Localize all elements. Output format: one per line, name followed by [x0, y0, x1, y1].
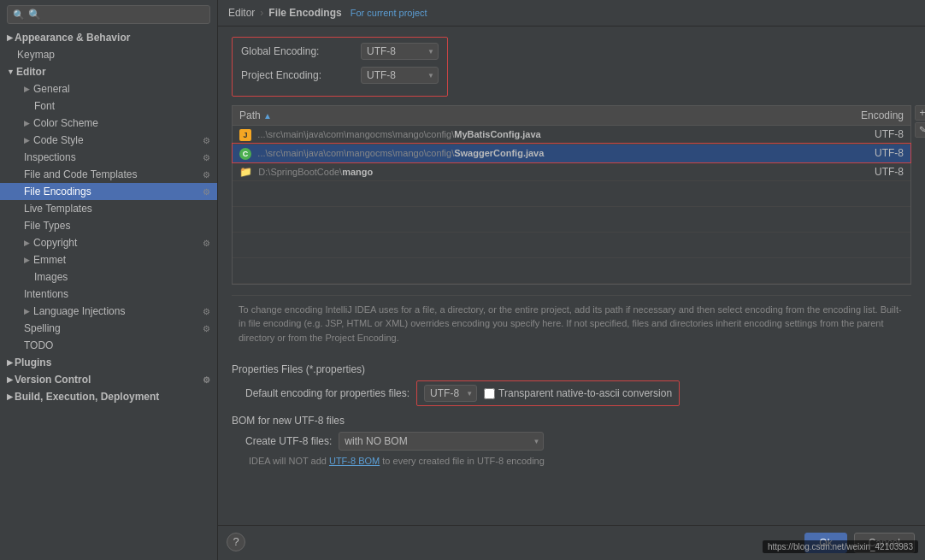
- folder-icon: 📁: [239, 166, 252, 178]
- sidebar-item-file-and-code-templates[interactable]: File and Code Templates ⚙: [0, 166, 217, 183]
- path-dim: ...\src\main\java\com\mangocms\mango\con…: [257, 148, 454, 158]
- project-encoding-select-wrapper: UTF-8 UTF-16 ISO-8859-1: [361, 67, 439, 84]
- bom-section-title: BOM for new UTF-8 files: [232, 415, 911, 427]
- col-encoding: Encoding: [809, 106, 910, 126]
- sidebar-item-file-encodings[interactable]: File Encodings ⚙: [0, 183, 217, 200]
- create-utf8-label: Create UTF-8 files:: [245, 435, 332, 447]
- project-encoding-row: Project Encoding: UTF-8 UTF-16 ISO-8859-…: [241, 67, 439, 84]
- table-row-empty: [233, 180, 910, 206]
- sidebar-item-label: Language Injections: [33, 305, 125, 317]
- bottom-bar: ? Ok Cancel https://blog.csdn.net/weixin…: [218, 525, 925, 560]
- search-box[interactable]: 🔍: [7, 5, 210, 24]
- bom-select[interactable]: with NO BOM with BOM: [339, 432, 544, 451]
- project-encoding-label: Project Encoding:: [241, 69, 361, 81]
- global-encoding-row: Global Encoding: UTF-8 UTF-16 ISO-8859-1: [241, 43, 439, 60]
- search-icon: 🔍: [13, 9, 25, 21]
- properties-row: Default encoding for properties files: U…: [232, 380, 911, 406]
- table-cell-path: J ...\src\main\java\com\mangocms\mango\c…: [233, 126, 809, 144]
- search-input[interactable]: [28, 9, 204, 21]
- sidebar-item-color-scheme[interactable]: ▶ Color Scheme: [0, 115, 217, 132]
- cancel-button[interactable]: Cancel: [854, 533, 915, 553]
- sidebar-item-font[interactable]: Font: [0, 97, 217, 115]
- bom-info: IDEA will NOT add UTF-8 BOM to every cre…: [249, 456, 911, 466]
- sidebar-item-todo[interactable]: TODO: [0, 337, 217, 354]
- sidebar-item-label: Editor: [16, 66, 46, 78]
- sidebar-item-inspections[interactable]: Inspections ⚙: [0, 149, 217, 166]
- edit-encoding-button[interactable]: ✎: [915, 122, 925, 138]
- ok-button[interactable]: Ok: [804, 533, 846, 553]
- table-row[interactable]: C ...\src\main\java\com\mangocms\mango\c…: [233, 144, 910, 162]
- table-row[interactable]: J ...\src\main\java\com\mangocms\mango\c…: [233, 126, 910, 144]
- sidebar-item-code-style[interactable]: ▶ Code Style ⚙: [0, 132, 217, 149]
- sidebar-item-language-injections[interactable]: ▶ Language Injections ⚙: [0, 303, 217, 320]
- expand-arrow-icon: ▶: [24, 239, 30, 247]
- sidebar-item-emmet[interactable]: ▶ Emmet: [0, 251, 217, 268]
- bom-info-link[interactable]: UTF-8 BOM: [329, 456, 380, 466]
- help-button[interactable]: ?: [227, 533, 245, 551]
- path-dim: ...\src\main\java\com\mangocms\mango\con…: [257, 129, 454, 139]
- global-encoding-label: Global Encoding:: [241, 45, 361, 57]
- sidebar-item-editor[interactable]: Editor: [0, 63, 217, 80]
- config-file-icon: C: [239, 148, 251, 160]
- sidebar-item-keymap[interactable]: Keymap: [0, 46, 217, 63]
- sidebar-item-label: File and Code Templates: [24, 168, 138, 180]
- sort-arrow-icon: ▲: [263, 111, 272, 121]
- sidebar-item-label: File Types: [24, 220, 70, 232]
- sidebar-item-file-types[interactable]: File Types: [0, 217, 217, 234]
- sidebar-item-label: Plugins: [15, 357, 51, 368]
- transparent-checkbox[interactable]: [484, 388, 495, 399]
- sidebar-item-label: Color Scheme: [33, 117, 98, 129]
- sidebar-item-intentions[interactable]: Intentions: [0, 286, 217, 303]
- sidebar-item-plugins[interactable]: Plugins: [0, 354, 217, 371]
- sidebar-item-images[interactable]: Images: [0, 268, 217, 286]
- sidebar-item-label: Keymap: [17, 49, 55, 61]
- content-area: Editor › File Encodings For current proj…: [218, 0, 925, 560]
- sidebar: 🔍 Appearance & Behavior Keymap Editor ▶ …: [0, 0, 218, 560]
- sidebar-item-build-execution[interactable]: Build, Execution, Deployment: [0, 388, 217, 405]
- breadcrumb-current: File Encodings: [268, 7, 341, 19]
- path-bright: SwaggerConfig.java: [454, 148, 544, 158]
- bom-info-suffix: to every created file in UTF-8 encoding: [380, 456, 545, 466]
- settings-icon: ⚙: [203, 153, 210, 162]
- properties-encoding-select[interactable]: UTF-8: [424, 385, 477, 402]
- global-encoding-select[interactable]: UTF-8 UTF-16 ISO-8859-1: [361, 43, 439, 60]
- path-dim: D:\SpringBootCode\: [258, 167, 342, 177]
- expand-arrow-icon: ▶: [24, 307, 30, 315]
- java-file-icon: J: [239, 129, 251, 141]
- sidebar-item-label: Font: [34, 100, 55, 112]
- default-encoding-label: Default encoding for properties files:: [245, 387, 409, 399]
- path-bright: MyBatisConfig.java: [454, 129, 540, 139]
- breadcrumb: Editor › File Encodings For current proj…: [218, 0, 925, 27]
- properties-encoding-group: UTF-8 Transparent native-to-ascii conver…: [416, 380, 680, 406]
- encoding-settings-group: Global Encoding: UTF-8 UTF-16 ISO-8859-1…: [232, 37, 448, 97]
- bom-section: BOM for new UTF-8 files Create UTF-8 fil…: [232, 415, 911, 466]
- sidebar-item-appearance[interactable]: Appearance & Behavior: [0, 29, 217, 46]
- bom-info-prefix: IDEA will NOT add: [249, 456, 329, 466]
- sidebar-item-version-control[interactable]: Version Control ⚙: [0, 371, 217, 388]
- files-table-area: Path ▲ Encoding J ...\sr: [232, 105, 911, 285]
- sidebar-item-spelling[interactable]: Spelling ⚙: [0, 320, 217, 337]
- table-cell-encoding: UTF-8: [809, 144, 910, 162]
- settings-icon: ⚙: [203, 324, 210, 333]
- sidebar-item-label: Appearance & Behavior: [15, 32, 130, 44]
- content-body: Global Encoding: UTF-8 UTF-16 ISO-8859-1…: [218, 27, 925, 525]
- expand-arrow-icon: ▶: [24, 119, 30, 127]
- add-encoding-button[interactable]: +: [915, 105, 925, 121]
- sidebar-item-label: Copyright: [33, 237, 77, 249]
- expand-arrow-icon: ▶: [24, 256, 30, 264]
- breadcrumb-project-link[interactable]: For current project: [351, 8, 427, 18]
- files-table-container: Path ▲ Encoding J ...\sr: [232, 105, 911, 285]
- expand-arrow-icon: ▶: [24, 136, 30, 144]
- table-cell-path: C ...\src\main\java\com\mangocms\mango\c…: [233, 144, 809, 162]
- expand-arrow-icon: ▶: [24, 85, 30, 93]
- sidebar-item-live-templates[interactable]: Live Templates: [0, 200, 217, 217]
- col-path: Path ▲: [233, 106, 809, 126]
- sidebar-item-label: Spelling: [24, 322, 61, 334]
- sidebar-item-general[interactable]: ▶ General: [0, 80, 217, 97]
- table-cell-encoding: UTF-8: [809, 162, 910, 180]
- project-encoding-select[interactable]: UTF-8 UTF-16 ISO-8859-1: [361, 67, 439, 84]
- sidebar-item-copyright[interactable]: ▶ Copyright ⚙: [0, 234, 217, 251]
- table-row[interactable]: 📁 D:\SpringBootCode\mango UTF-8: [233, 162, 910, 180]
- properties-section-title: Properties Files (*.properties): [232, 363, 911, 375]
- bom-select-wrapper: with NO BOM with BOM: [339, 432, 544, 451]
